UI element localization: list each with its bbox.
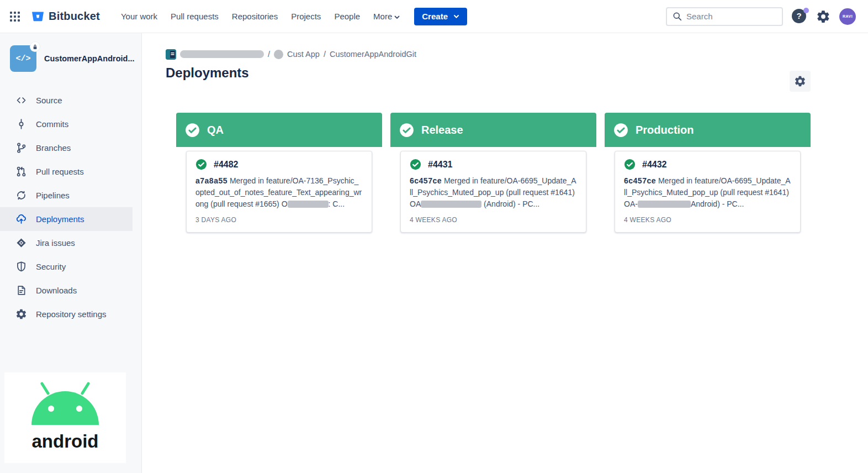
code-icon	[15, 94, 27, 106]
sidebar-item-label: Pipelines	[36, 191, 70, 200]
sidebar-nav: Source Commits Branches Pull requests Pi…	[0, 88, 141, 326]
sidebar-item-label: Commits	[36, 119, 68, 129]
commit-message-tail: Android) - PC...	[691, 199, 744, 208]
sidebar-item-jira-issues[interactable]: Jira issues	[0, 231, 133, 255]
redacted-text	[288, 201, 329, 208]
deployment-column-qa: QA #4482 a7a8a55 Merged in feature/OA-71…	[176, 113, 382, 233]
repo-header[interactable]: </> CustomerAppAndroid...	[0, 45, 141, 72]
search-box[interactable]	[666, 7, 783, 26]
deployment-column-production: Production #4432 6c457ce Merged in featu…	[605, 113, 811, 233]
sidebar-item-commits[interactable]: Commits	[0, 112, 133, 136]
nav-people[interactable]: People	[327, 7, 367, 25]
sidebar-item-label: Branches	[36, 143, 71, 153]
bitbucket-logo[interactable]: Bitbucket	[31, 9, 100, 23]
app-switcher-icon[interactable]	[10, 12, 20, 22]
repo-avatar: </>	[10, 45, 36, 72]
nav-repositories[interactable]: Repositories	[225, 7, 284, 25]
sidebar-item-label: Deployments	[36, 214, 84, 224]
breadcrumb: / Cust App / CustomerAppAndroidGit	[166, 49, 868, 60]
redacted-workspace-name	[180, 50, 264, 58]
success-check-icon	[613, 123, 628, 138]
commit-hash[interactable]: 6c457ce	[410, 176, 442, 185]
deployment-card[interactable]: #4482 a7a8a55 Merged in feature/OA-7136_…	[186, 151, 372, 233]
deployment-number[interactable]: #4431	[428, 160, 453, 170]
nav-your-work[interactable]: Your work	[114, 7, 164, 25]
breadcrumb-repo-link[interactable]: CustomerAppAndroidGit	[330, 50, 416, 59]
repository-sidebar: </> CustomerAppAndroid... Source Commits…	[0, 33, 142, 473]
nav-more[interactable]: More	[367, 7, 406, 25]
commit-hash[interactable]: 6c457ce	[624, 176, 656, 185]
nav-more-label: More	[373, 12, 392, 21]
brand-name: Bitbucket	[49, 10, 100, 23]
deployment-settings-button[interactable]	[790, 71, 811, 92]
commit-message: a7a8a55 Merged in feature/OA-7136_Psychi…	[195, 175, 363, 210]
pull-request-icon	[15, 166, 27, 177]
success-check-icon	[185, 123, 200, 138]
branch-icon	[15, 142, 27, 154]
breadcrumb-project-link[interactable]: Cust App	[287, 50, 320, 59]
sidebar-item-pipelines[interactable]: Pipelines	[0, 183, 133, 207]
deployment-number[interactable]: #4482	[214, 160, 239, 170]
nav-projects[interactable]: Projects	[284, 7, 327, 25]
deployment-time: 4 WEEKS AGO	[624, 216, 791, 224]
redacted-text	[421, 201, 481, 208]
create-button[interactable]: Create	[414, 8, 467, 25]
sidebar-item-label: Downloads	[36, 286, 77, 295]
notification-dot	[803, 8, 809, 13]
search-icon	[673, 12, 682, 21]
user-avatar[interactable]: RAVI	[839, 8, 856, 25]
deployments-icon	[15, 213, 27, 225]
project-avatar-icon	[274, 50, 283, 59]
redacted-text	[638, 201, 691, 208]
sidebar-item-security[interactable]: Security	[0, 255, 133, 278]
commit-message-tail: : C...	[329, 199, 345, 208]
chevron-down-icon	[453, 14, 459, 19]
success-check-icon	[410, 159, 421, 170]
commit-message-tail: (Android) - PC...	[481, 199, 539, 208]
search-input[interactable]	[686, 12, 775, 21]
success-check-icon	[399, 123, 414, 138]
topnav-right-cluster: ? RAVI	[666, 7, 856, 26]
workspace-avatar-icon[interactable]	[166, 49, 176, 60]
deployment-time: 3 DAYS AGO	[195, 216, 363, 224]
nav-pull-requests[interactable]: Pull requests	[164, 7, 225, 25]
column-header: Release	[390, 113, 596, 147]
sidebar-item-pull-requests[interactable]: Pull requests	[0, 160, 133, 183]
success-check-icon	[195, 159, 207, 170]
column-header: QA	[176, 113, 382, 147]
repo-title: CustomerAppAndroid...	[44, 54, 135, 63]
jira-icon	[15, 237, 27, 249]
sidebar-item-branches[interactable]: Branches	[0, 136, 133, 160]
shield-icon	[15, 261, 27, 272]
breadcrumb-separator: /	[268, 50, 270, 59]
deployments-page: / Cust App / CustomerAppAndroidGit Deplo…	[142, 33, 868, 473]
avatar-initials: RAVI	[843, 14, 853, 18]
android-robot-icon	[31, 391, 99, 425]
sidebar-item-repository-settings[interactable]: Repository settings	[0, 302, 133, 326]
bitbucket-bucket-icon	[31, 9, 45, 23]
sidebar-item-deployments[interactable]: Deployments	[0, 207, 133, 231]
pipelines-icon	[15, 190, 27, 201]
primary-nav: Your work Pull requests Repositories Pro…	[114, 7, 467, 25]
sidebar-item-label: Repository settings	[36, 309, 107, 319]
gear-icon	[794, 75, 806, 87]
settings-gear-icon[interactable]	[816, 9, 830, 24]
document-icon	[15, 285, 27, 296]
deployment-board: QA #4482 a7a8a55 Merged in feature/OA-71…	[176, 113, 868, 233]
android-wordmark: android	[32, 431, 99, 452]
deployment-number[interactable]: #4432	[642, 160, 667, 170]
sidebar-item-label: Jira issues	[36, 238, 75, 248]
create-button-label: Create	[422, 12, 448, 21]
sidebar-item-downloads[interactable]: Downloads	[0, 278, 133, 302]
commits-icon	[15, 118, 27, 130]
code-glyph: </>	[15, 54, 30, 64]
sidebar-item-source[interactable]: Source	[0, 88, 133, 112]
help-button[interactable]: ?	[792, 9, 807, 24]
deployment-card[interactable]: #4432 6c457ce Merged in feature/OA-6695_…	[615, 151, 801, 233]
commit-hash[interactable]: a7a8a55	[195, 176, 227, 185]
lock-icon	[30, 42, 40, 51]
column-header: Production	[605, 113, 811, 147]
deployment-time: 4 WEEKS AGO	[410, 216, 577, 224]
deployment-card[interactable]: #4431 6c457ce Merged in feature/OA-6695_…	[400, 151, 586, 233]
chevron-down-icon	[394, 12, 400, 21]
